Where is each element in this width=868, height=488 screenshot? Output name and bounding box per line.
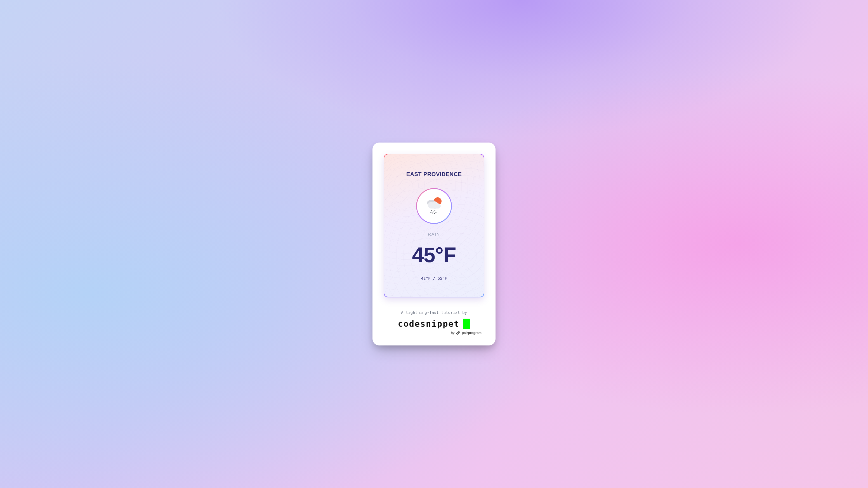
card-footer: A lightning-fast tutorial by codesnippet… — [384, 310, 484, 335]
temperature-display: 45°F — [390, 244, 478, 265]
weather-icon-container — [417, 189, 451, 223]
temperature-range: 42°F / 55°F — [390, 276, 478, 281]
svg-rect-5 — [429, 205, 440, 208]
location-label: EAST PROVIDENCE — [390, 171, 478, 177]
svg-point-12 — [430, 212, 431, 213]
link-icon — [456, 331, 460, 335]
byline-name: pairprogram — [462, 331, 482, 335]
cursor-block-icon — [463, 319, 470, 329]
svg-point-10 — [435, 212, 436, 213]
weather-outer-card: EAST PROVIDENCE — [372, 142, 496, 346]
brand-name: codesnippet — [398, 319, 460, 329]
byline-prefix: by — [451, 331, 455, 335]
weather-icon-ring — [416, 188, 452, 224]
condition-label: RAIN — [390, 232, 478, 236]
brand-byline: by pairprogram — [384, 331, 484, 335]
svg-point-6 — [431, 210, 432, 211]
svg-point-11 — [434, 213, 435, 214]
weather-card: EAST PROVIDENCE — [384, 154, 484, 297]
footer-tagline: A lightning-fast tutorial by — [384, 310, 484, 315]
weather-card-border: EAST PROVIDENCE — [384, 154, 484, 297]
brand-row: codesnippet — [384, 319, 484, 329]
svg-point-8 — [434, 210, 435, 211]
svg-point-9 — [432, 213, 433, 213]
rain-sun-cloud-icon — [423, 196, 445, 216]
svg-point-7 — [433, 211, 433, 212]
